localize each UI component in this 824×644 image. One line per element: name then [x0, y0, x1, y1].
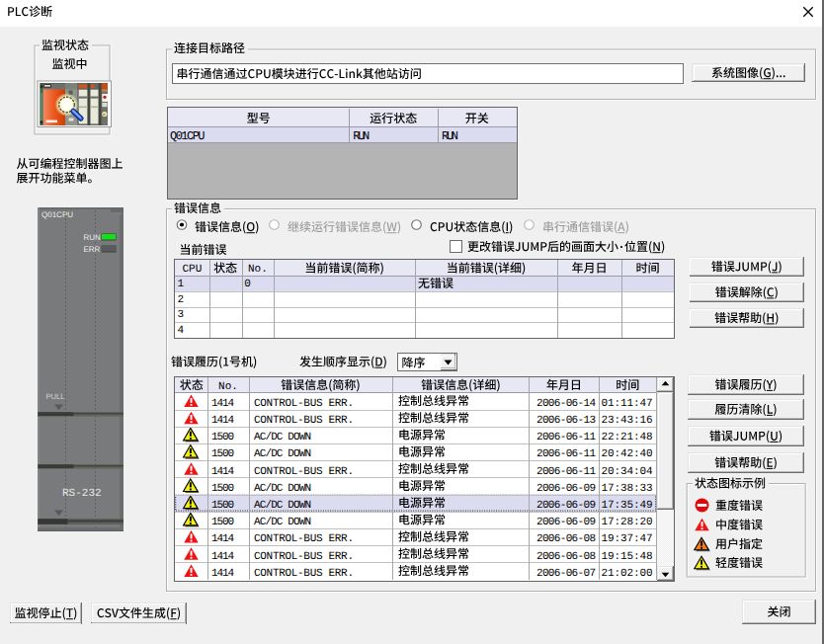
- svg-text:2006-06-07: 2006-06-07: [536, 568, 596, 580]
- svg-text:2006-06-08: 2006-06-08: [536, 533, 596, 545]
- svg-text:1414: 1414: [211, 551, 234, 563]
- svg-text:Q01CPU: Q01CPU: [170, 129, 206, 143]
- svg-text:CONTROL-BUS ERR.: CONTROL-BUS ERR.: [254, 568, 354, 580]
- svg-text:1500: 1500: [211, 500, 234, 512]
- svg-text:1500: 1500: [211, 432, 234, 443]
- svg-text:AC/DC DOWN: AC/DC DOWN: [254, 432, 311, 443]
- svg-text:No.: No.: [248, 264, 268, 276]
- svg-text:CONTROL-BUS ERR.: CONTROL-BUS ERR.: [254, 466, 354, 478]
- svg-text:CONTROL-BUS ERR.: CONTROL-BUS ERR.: [254, 398, 354, 410]
- svg-text:20:42:40: 20:42:40: [602, 448, 653, 460]
- svg-text:PULL: PULL: [46, 392, 65, 401]
- svg-text:1414: 1414: [211, 568, 234, 580]
- svg-text:CPU: CPU: [182, 264, 202, 276]
- svg-text:2006-06-09: 2006-06-09: [536, 483, 596, 495]
- svg-text:RS-232: RS-232: [62, 488, 102, 500]
- svg-text:AC/DC DOWN: AC/DC DOWN: [254, 517, 311, 528]
- svg-text:RUN: RUN: [442, 129, 458, 143]
- svg-text:AC/DC DOWN: AC/DC DOWN: [254, 500, 311, 512]
- svg-text:2006-06-09: 2006-06-09: [536, 517, 596, 528]
- svg-text:1500: 1500: [211, 483, 234, 495]
- svg-text:CONTROL-BUS ERR.: CONTROL-BUS ERR.: [254, 415, 354, 427]
- svg-text:RUN: RUN: [84, 233, 102, 242]
- svg-text:AC/DC DOWN: AC/DC DOWN: [254, 448, 311, 460]
- svg-text:1: 1: [178, 279, 185, 290]
- svg-text:2006-06-09: 2006-06-09: [536, 500, 596, 512]
- svg-text:23:43:16: 23:43:16: [602, 415, 653, 427]
- svg-text:Q01CPU: Q01CPU: [41, 210, 73, 219]
- svg-text:No.: No.: [218, 381, 238, 393]
- svg-text:17:38:33: 17:38:33: [602, 483, 653, 495]
- svg-text:2006-06-11: 2006-06-11: [536, 448, 596, 460]
- svg-text:2006-06-13: 2006-06-13: [536, 415, 596, 427]
- svg-text:AC/DC DOWN: AC/DC DOWN: [254, 483, 311, 495]
- svg-text:2006-06-11: 2006-06-11: [536, 466, 596, 478]
- svg-text:1414: 1414: [211, 466, 234, 478]
- svg-text:22:21:48: 22:21:48: [602, 432, 653, 443]
- svg-text:CONTROL-BUS ERR.: CONTROL-BUS ERR.: [254, 551, 354, 563]
- svg-text:0: 0: [244, 279, 251, 290]
- svg-text:2006-06-14: 2006-06-14: [536, 398, 596, 410]
- svg-text:RUN: RUN: [353, 129, 370, 143]
- svg-text:1500: 1500: [211, 517, 234, 528]
- svg-text:21:02:00: 21:02:00: [602, 568, 653, 580]
- svg-text:20:34:04: 20:34:04: [602, 466, 653, 478]
- svg-text:ERR.: ERR.: [84, 245, 103, 254]
- svg-text:3: 3: [178, 309, 185, 321]
- svg-text:01:11:47: 01:11:47: [602, 398, 653, 410]
- svg-text:1414: 1414: [211, 415, 234, 427]
- svg-text:2006-06-11: 2006-06-11: [536, 432, 596, 443]
- svg-text:CONTROL-BUS ERR.: CONTROL-BUS ERR.: [254, 533, 354, 545]
- svg-text:19:37:47: 19:37:47: [602, 533, 653, 545]
- svg-text:4: 4: [178, 325, 185, 337]
- svg-text:1500: 1500: [211, 448, 234, 460]
- svg-text:1414: 1414: [211, 398, 234, 410]
- svg-text:17:35:49: 17:35:49: [602, 500, 653, 512]
- svg-text:1414: 1414: [211, 533, 234, 545]
- svg-text:2: 2: [178, 294, 185, 306]
- svg-text:19:15:48: 19:15:48: [602, 551, 653, 563]
- svg-text:17:28:20: 17:28:20: [602, 517, 653, 528]
- svg-text:2006-06-08: 2006-06-08: [536, 551, 596, 563]
